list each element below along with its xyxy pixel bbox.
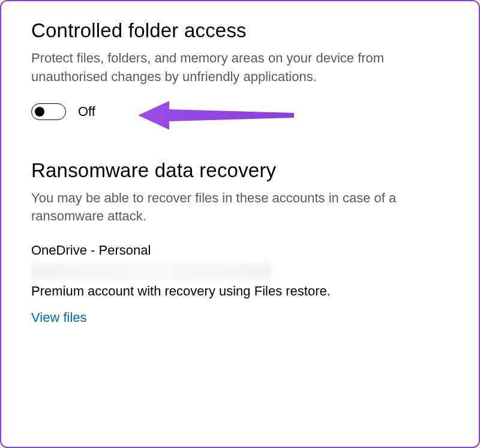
- account-email-redacted: [31, 263, 271, 280]
- toggle-row: Off: [31, 103, 449, 120]
- annotation-arrow-icon: [138, 97, 300, 136]
- account-name: OneDrive - Personal: [31, 243, 449, 258]
- ransomware-recovery-section: Ransomware data recovery You may be able…: [31, 159, 449, 326]
- toggle-knob-icon: [35, 107, 44, 117]
- ransomware-recovery-description: You may be able to recover files in thes…: [31, 189, 449, 226]
- toggle-state-label: Off: [78, 104, 95, 120]
- settings-panel: Controlled folder access Protect files, …: [0, 0, 480, 448]
- controlled-folder-access-heading: Controlled folder access: [31, 19, 449, 42]
- account-description: Premium account with recovery using File…: [31, 283, 449, 299]
- view-files-link[interactable]: View files: [31, 310, 87, 325]
- controlled-folder-access-description: Protect files, folders, and memory areas…: [31, 49, 449, 86]
- onedrive-account-block: OneDrive - Personal Premium account with…: [31, 243, 449, 325]
- controlled-folder-access-toggle[interactable]: [31, 103, 66, 120]
- ransomware-recovery-heading: Ransomware data recovery: [31, 159, 449, 182]
- controlled-folder-access-section: Controlled folder access Protect files, …: [31, 19, 449, 120]
